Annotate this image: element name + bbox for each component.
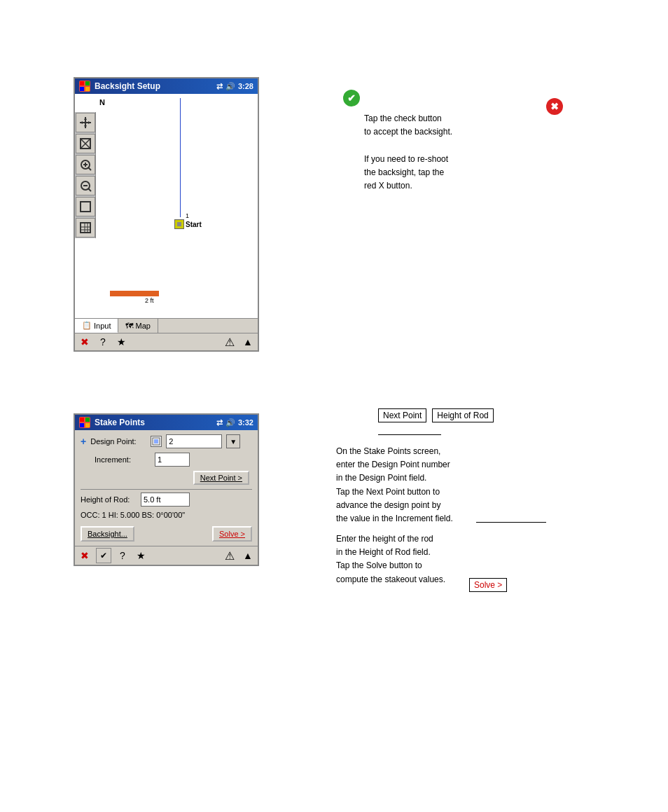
next-point-button[interactable]: Next Point > [193, 471, 249, 485]
close-button-top[interactable]: ✖ [78, 335, 92, 349]
backsight-title: Backsight Setup [95, 81, 212, 91]
zoom-out-tool[interactable] [76, 176, 95, 195]
svg-rect-20 [81, 202, 90, 212]
bottom-toolbar-top-device: ✖ ? ★ ⚠ ▲ [75, 333, 258, 350]
svg-marker-8 [80, 121, 83, 124]
titlebar-status: ⇄ 🔊 3:28 [216, 82, 253, 91]
increment-label: Increment: [95, 455, 151, 464]
backsight-button[interactable]: Backsight... [81, 526, 134, 542]
stake-form: + Design Point: ▼ Increment: Next Point … [75, 430, 258, 546]
bottom-annotation-4: Tap the Next Point button to [336, 486, 453, 499]
select-tool[interactable] [76, 197, 95, 216]
stake-time-display: 3:32 [238, 418, 253, 427]
increment-row: Increment: [81, 453, 252, 467]
annotation-line-1: Tap the check button [364, 112, 452, 125]
add-icon: + [81, 436, 86, 447]
grid-tool[interactable] [76, 218, 95, 238]
scale-label: 2 ft [145, 297, 154, 304]
green-check-annotation: ✔ [343, 90, 360, 106]
bottom-annotation-9: Tap the Solve button to [336, 559, 445, 572]
tab-bar: 📋 Input 🗺 Map [75, 318, 258, 333]
warning-icon-top: ⚠ [223, 335, 237, 349]
bottom-annotation-8: in the Height of Rod field. [336, 546, 445, 559]
svg-line-16 [88, 167, 91, 170]
save-button-bottom[interactable]: ✔ [96, 548, 111, 563]
height-row: Height of Rod: [81, 493, 252, 507]
annotation-line-4: the backsight, tap the [364, 166, 452, 179]
windows-logo-2 [79, 417, 90, 428]
check-icon: ✔ [343, 90, 360, 106]
design-point-icon [151, 436, 162, 447]
close-button-bottom[interactable]: ✖ [78, 549, 92, 563]
help-button-bottom[interactable]: ? [116, 549, 130, 563]
map-point-1: 1 Start [174, 212, 202, 229]
windows-logo [79, 81, 90, 92]
stake-titlebar: Stake Points ⇄ 🔊 3:32 [75, 415, 258, 430]
speaker-icon: 🔊 [225, 82, 235, 91]
height-input[interactable] [141, 493, 190, 507]
form-divider [81, 489, 252, 490]
svg-marker-6 [84, 117, 87, 120]
increment-input[interactable] [155, 453, 190, 467]
north-indicator: N [99, 98, 105, 106]
stake-title: Stake Points [95, 418, 212, 427]
map-line [180, 98, 181, 217]
scale-bar: 2 ft [110, 291, 159, 304]
map-tab-label: Map [135, 322, 150, 330]
annotation-text-bottom-2: Enter the height of the rod in the Heigh… [336, 532, 445, 586]
bottom-annotation-1: On the Stake Points screen, [336, 445, 453, 458]
solve-callout-container: Solve > [469, 578, 507, 592]
annotation-underline-2 [476, 522, 546, 523]
menu-button-bottom[interactable]: ▲ [241, 549, 255, 563]
time-display: 3:28 [238, 82, 253, 90]
annotation-underline-1 [378, 434, 441, 435]
zoom-extent-tool[interactable] [76, 134, 95, 153]
action-buttons: Backsight... Solve > [81, 526, 252, 542]
red-x-annotation: ✖ [546, 98, 563, 115]
design-point-dropdown[interactable]: ▼ [226, 434, 240, 448]
backsight-titlebar: Backsight Setup ⇄ 🔊 3:28 [75, 78, 258, 94]
solve-callout-label: Solve > [474, 580, 502, 590]
svg-marker-7 [84, 125, 87, 128]
svg-rect-2 [80, 87, 84, 91]
height-callout-label: Height of Rod [437, 411, 488, 420]
backsight-setup-device: Backsight Setup ⇄ 🔊 3:28 [74, 77, 259, 352]
bottom-annotation-7: Enter the height of the rod [336, 532, 445, 546]
svg-line-19 [88, 188, 91, 191]
map-tab-icon: 🗺 [125, 322, 133, 330]
design-point-input[interactable] [166, 434, 222, 448]
solve-callout: Solve > [469, 578, 507, 592]
next-point-callout-label: Next Point [383, 411, 422, 420]
annotation-line-3: If you need to re-shoot [364, 153, 452, 166]
bookmark-button-top[interactable]: ★ [114, 335, 128, 349]
point-label: Start [186, 221, 202, 228]
bottom-annotation-10: compute the stakeout values. [336, 573, 445, 586]
zoom-in-tool[interactable] [76, 155, 95, 174]
height-label: Height of Rod: [81, 495, 137, 504]
bottom-annotation-2: enter the Design Point number [336, 458, 453, 472]
sync-icon: ⇄ [216, 82, 223, 91]
stake-speaker-icon: 🔊 [225, 418, 235, 427]
tab-input[interactable]: 📋 Input [75, 319, 118, 333]
svg-rect-27 [80, 418, 84, 422]
help-button-top[interactable]: ? [96, 335, 110, 349]
svg-rect-21 [81, 223, 90, 233]
svg-rect-30 [85, 423, 90, 427]
next-point-callout: Next Point [378, 408, 426, 422]
svg-rect-1 [85, 81, 90, 85]
svg-rect-32 [154, 439, 158, 443]
bookmark-button-bottom[interactable]: ★ [134, 549, 148, 563]
x-icon: ✖ [546, 98, 563, 115]
svg-rect-0 [80, 81, 84, 85]
occ-info: OCC: 1 HI: 5.000 BS: 0°00'00" [81, 511, 252, 519]
solve-button[interactable]: Solve > [212, 526, 252, 542]
pan-tool[interactable] [76, 113, 95, 132]
menu-button-top[interactable]: ▲ [241, 335, 255, 349]
input-tab-icon: 📋 [82, 321, 92, 330]
annotation-text-bottom: On the Stake Points screen, enter the De… [336, 445, 453, 525]
next-point-row: Next Point > [81, 471, 252, 485]
svg-rect-3 [85, 87, 90, 91]
input-tab-label: Input [94, 322, 111, 330]
warning-icon-bottom: ⚠ [223, 549, 237, 563]
tab-map[interactable]: 🗺 Map [118, 319, 158, 333]
